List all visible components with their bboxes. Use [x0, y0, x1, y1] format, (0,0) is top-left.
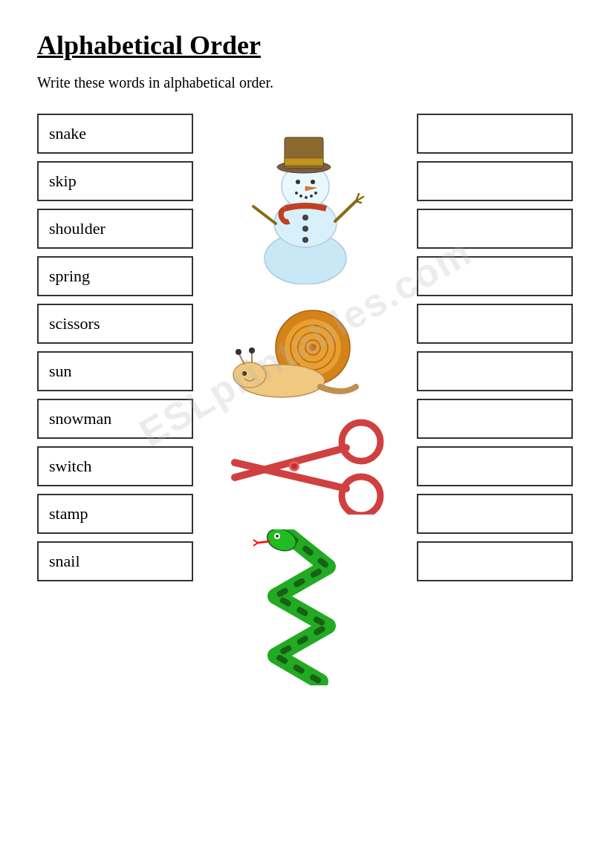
word-box-2: skip	[37, 161, 193, 201]
svg-point-31	[242, 371, 247, 376]
svg-point-12	[310, 195, 313, 198]
answers-column	[417, 114, 573, 685]
answer-box-7[interactable]	[417, 399, 573, 439]
svg-point-37	[291, 463, 297, 469]
word-box-1: snake	[37, 114, 193, 154]
svg-line-43	[253, 543, 258, 546]
snail-image	[231, 307, 380, 403]
svg-point-9	[295, 192, 298, 195]
svg-line-18	[335, 201, 356, 221]
svg-point-24	[309, 344, 317, 351]
word-box-3: shoulder	[37, 209, 193, 249]
svg-point-16	[302, 237, 308, 243]
svg-point-7	[311, 180, 315, 184]
word-box-8: switch	[37, 446, 193, 486]
main-layout: snake skip shoulder spring scissors sun …	[37, 114, 573, 685]
word-box-9: stamp	[37, 494, 193, 534]
answer-box-10[interactable]	[417, 541, 573, 581]
page-title: Alphabetical Order	[37, 30, 573, 61]
answer-box-6[interactable]	[417, 351, 573, 391]
snowman-image	[239, 114, 372, 284]
svg-point-40	[276, 535, 279, 538]
word-box-6: sun	[37, 351, 193, 391]
svg-point-15	[302, 226, 308, 232]
answer-box-8[interactable]	[417, 446, 573, 486]
svg-point-30	[249, 347, 255, 353]
answer-box-5[interactable]	[417, 304, 573, 344]
answer-box-2[interactable]	[417, 161, 573, 201]
answer-box-4[interactable]	[417, 256, 573, 296]
answer-box-9[interactable]	[417, 494, 573, 534]
svg-line-17	[253, 206, 276, 223]
word-box-5: scissors	[37, 304, 193, 344]
middle-column: ESLprintables.com	[193, 114, 417, 685]
svg-point-28	[236, 349, 241, 355]
svg-point-26	[233, 362, 266, 388]
words-column: snake skip shoulder spring scissors sun …	[37, 114, 193, 685]
svg-point-13	[314, 192, 317, 195]
svg-point-34	[342, 422, 380, 461]
svg-point-11	[305, 196, 308, 199]
word-box-7: snowman	[37, 399, 193, 439]
answer-box-3[interactable]	[417, 209, 573, 249]
svg-line-41	[258, 541, 270, 543]
scissors-image	[220, 418, 391, 515]
svg-point-10	[299, 195, 302, 198]
subtitle: Write these words in alphabetical order.	[37, 74, 573, 91]
word-box-4: spring	[37, 256, 193, 296]
svg-point-14	[302, 215, 308, 221]
answer-box-1[interactable]	[417, 114, 573, 154]
word-box-10: snail	[37, 541, 193, 581]
snake-image	[231, 529, 380, 685]
svg-point-35	[342, 477, 380, 515]
svg-point-6	[296, 180, 300, 184]
svg-rect-5	[285, 158, 323, 166]
